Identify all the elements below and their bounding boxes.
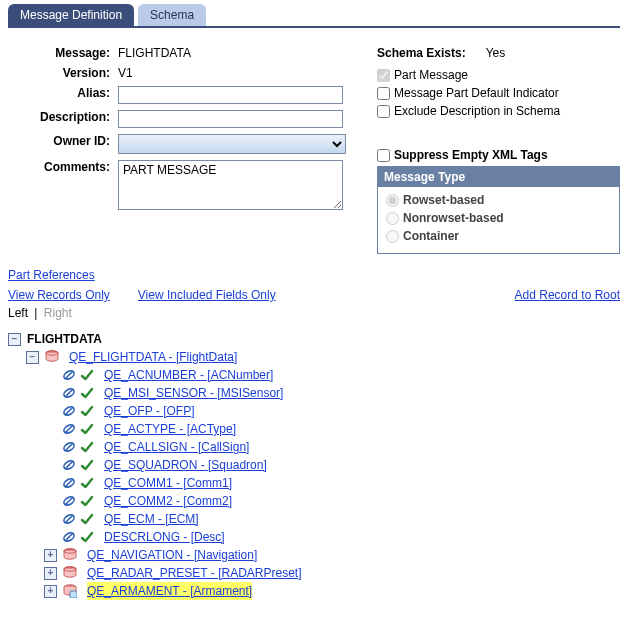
- tree-child-record[interactable]: QE_NAVIGATION - [Navigation]: [87, 546, 257, 564]
- check-icon: [80, 386, 94, 400]
- tab-message-definition[interactable]: Message Definition: [8, 4, 134, 26]
- label-comments: Comments:: [8, 160, 118, 174]
- field-icon: [62, 440, 76, 454]
- message-type-group: Message Type Rowset-based Nonrowset-base…: [377, 166, 620, 254]
- label-suppress-empty: Suppress Empty XML Tags: [394, 148, 548, 162]
- tree-toggle-child[interactable]: +: [44, 549, 57, 562]
- tree-toggle-root[interactable]: −: [8, 333, 21, 346]
- tree-root: FLIGHTDATA: [27, 330, 102, 348]
- check-icon: [80, 458, 94, 472]
- tab-schema[interactable]: Schema: [138, 4, 206, 26]
- label-version: Version:: [8, 66, 118, 80]
- tree-child-record[interactable]: QE_RADAR_PRESET - [RADARPreset]: [87, 564, 302, 582]
- input-description[interactable]: [118, 110, 343, 128]
- tree-child-record-highlighted[interactable]: QE_ARMAMENT - [Armament]: [87, 582, 252, 600]
- checkbox-exclude-desc[interactable]: [377, 105, 390, 118]
- input-alias[interactable]: [118, 86, 343, 104]
- check-icon: [80, 440, 94, 454]
- radio-rowset: [386, 194, 399, 207]
- label-owner: Owner ID:: [8, 134, 118, 148]
- field-icon: [62, 530, 76, 544]
- field-icon: [62, 476, 76, 490]
- message-type-header: Message Type: [378, 167, 619, 187]
- checkbox-suppress-empty[interactable]: [377, 149, 390, 162]
- label-rowset: Rowset-based: [403, 193, 484, 207]
- check-icon: [80, 422, 94, 436]
- separator: |: [34, 306, 37, 320]
- table-icon: [45, 350, 59, 364]
- check-icon: [80, 530, 94, 544]
- value-schema-exists: Yes: [486, 46, 506, 60]
- subrecord-icon: [63, 584, 77, 598]
- check-icon: [80, 494, 94, 508]
- label-default-indicator: Message Part Default Indicator: [394, 86, 559, 100]
- check-icon: [80, 476, 94, 490]
- label-exclude-desc: Exclude Description in Schema: [394, 104, 560, 118]
- tree-field[interactable]: QE_CALLSIGN - [CallSign]: [104, 438, 249, 456]
- label-alias: Alias:: [8, 86, 118, 100]
- field-icon: [62, 404, 76, 418]
- field-icon: [62, 494, 76, 508]
- tree-field[interactable]: QE_ACNUMBER - [ACNumber]: [104, 366, 273, 384]
- label-container: Container: [403, 229, 459, 243]
- link-view-fields-only[interactable]: View Included Fields Only: [138, 288, 276, 302]
- textarea-comments[interactable]: [118, 160, 343, 210]
- tree-field[interactable]: QE_ECM - [ECM]: [104, 510, 199, 528]
- radio-nonrowset: [386, 212, 399, 225]
- tree-field[interactable]: QE_COMM1 - [Comm1]: [104, 474, 232, 492]
- label-left: Left: [8, 306, 28, 320]
- tree-record[interactable]: QE_FLIGHTDATA - [FlightData]: [69, 348, 237, 366]
- link-part-references[interactable]: Part References: [8, 268, 95, 282]
- tree-field[interactable]: QE_COMM2 - [Comm2]: [104, 492, 232, 510]
- field-icon: [62, 458, 76, 472]
- checkbox-default-indicator[interactable]: [377, 87, 390, 100]
- link-view-records-only[interactable]: View Records Only: [8, 288, 110, 302]
- label-message: Message:: [8, 46, 118, 60]
- tree-toggle-child[interactable]: +: [44, 567, 57, 580]
- select-owner[interactable]: [118, 134, 346, 154]
- tree-field[interactable]: QE_MSI_SENSOR - [MSISensor]: [104, 384, 283, 402]
- tab-bar: Message Definition Schema: [8, 4, 620, 28]
- label-part-message: Part Message: [394, 68, 468, 82]
- value-version: V1: [118, 66, 353, 80]
- table-icon: [63, 566, 77, 580]
- check-icon: [80, 368, 94, 382]
- checkbox-part-message: [377, 69, 390, 82]
- tree-field[interactable]: DESCRLONG - [Desc]: [104, 528, 225, 546]
- tree-toggle-child[interactable]: +: [44, 585, 57, 598]
- tree-toggle-record[interactable]: −: [26, 351, 39, 364]
- value-message: FLIGHTDATA: [118, 46, 353, 60]
- label-right: Right: [44, 306, 72, 320]
- tree-field[interactable]: QE_SQUADRON - [Squadron]: [104, 456, 267, 474]
- radio-container: [386, 230, 399, 243]
- tree-field[interactable]: QE_ACTYPE - [ACType]: [104, 420, 236, 438]
- check-icon: [80, 404, 94, 418]
- link-add-record-root[interactable]: Add Record to Root: [515, 288, 620, 302]
- field-icon: [62, 512, 76, 526]
- label-description: Description:: [8, 110, 118, 124]
- field-icon: [62, 386, 76, 400]
- check-icon: [80, 512, 94, 526]
- tree: −FLIGHTDATA−QE_FLIGHTDATA - [FlightData]…: [8, 330, 620, 600]
- table-icon: [63, 548, 77, 562]
- field-icon: [62, 422, 76, 436]
- label-nonrowset: Nonrowset-based: [403, 211, 504, 225]
- tree-field[interactable]: QE_OFP - [OFP]: [104, 402, 194, 420]
- field-icon: [62, 368, 76, 382]
- label-schema-exists: Schema Exists:: [377, 46, 466, 60]
